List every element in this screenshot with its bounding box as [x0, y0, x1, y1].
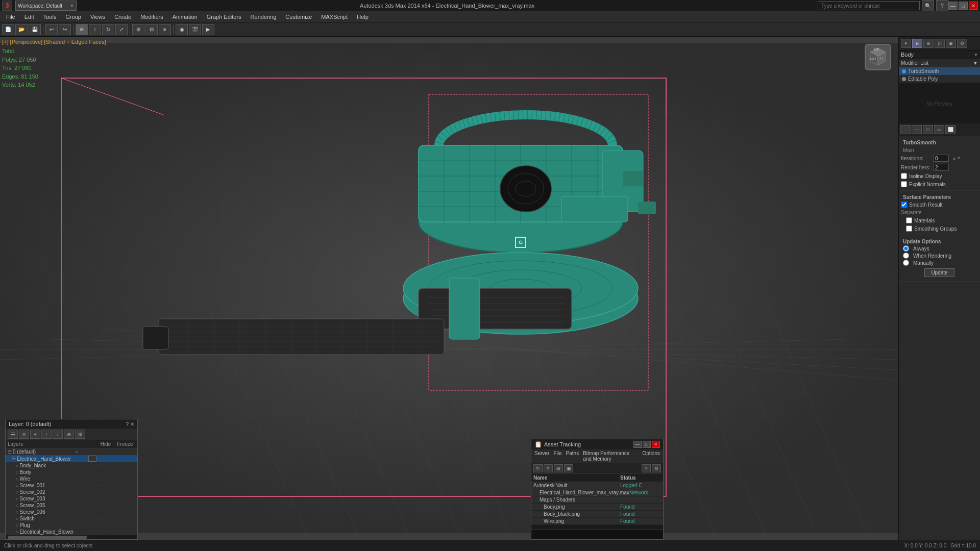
asset-settings-btn[interactable]: ⚙ [652, 464, 661, 472]
layers-scrollbar[interactable] [6, 535, 137, 539]
update-button[interactable]: Update [924, 268, 954, 277]
manually-radio[interactable] [903, 260, 909, 266]
materials-checkbox[interactable] [906, 217, 912, 223]
vertex-icon[interactable]: · [900, 125, 911, 134]
asset-menu-server[interactable]: Server [534, 450, 549, 462]
layers-btn6[interactable]: ⊕ [64, 430, 74, 439]
asset-help-btn[interactable]: ? [642, 464, 651, 472]
render-setup-btn[interactable]: 🎬 [189, 24, 201, 35]
open-btn[interactable]: 📂 [15, 24, 28, 35]
layer-row-7[interactable]: ○ Screw_003 ··· ··· [6, 495, 137, 502]
menu-item-graph-editors[interactable]: Graph Editors [203, 13, 246, 21]
nav-cube[interactable]: TOP LEFT FT [863, 42, 893, 72]
asset-restore-btn[interactable]: □ [643, 441, 651, 448]
asset-row-0[interactable]: Autodesk Vault Logged C [531, 482, 663, 489]
align-btn[interactable]: ≡ [159, 24, 171, 35]
asset-refresh-btn[interactable]: ↻ [533, 464, 543, 472]
iterations-input[interactable] [934, 155, 949, 162]
render-btn[interactable]: ▶ [202, 24, 214, 35]
menu-item-group[interactable]: Group [61, 13, 85, 21]
explicit-normals-checkbox[interactable] [901, 181, 907, 187]
layer-row-2[interactable]: ○ Body_black ··· ··· [6, 462, 137, 469]
move-btn[interactable]: ↕ [89, 24, 101, 35]
menu-item-views[interactable]: Views [86, 13, 109, 21]
asset-row-5[interactable]: Wire.png Found [531, 518, 663, 525]
modify-icon[interactable]: ▶ [912, 39, 922, 48]
asset-grid-btn[interactable]: ⊞ [554, 464, 563, 472]
workspace-dropdown[interactable]: Workspace: Default ▼ [15, 1, 77, 11]
undo-btn[interactable]: ↩ [45, 24, 58, 35]
isoline-checkbox[interactable] [901, 173, 907, 179]
asset-menu-paths[interactable]: Paths [566, 450, 579, 462]
layer-row-0[interactable]: ☰ 0 (default) ✓ ··· ··· [6, 448, 137, 455]
menu-item-modifiers[interactable]: Modifiers [136, 13, 167, 21]
search-input[interactable] [818, 1, 920, 10]
layer-row-1[interactable]: ☰ Electrical_Hand_Blower ··· ··· [6, 455, 137, 462]
iterations-spinner[interactable]: ▲▼ [952, 156, 961, 161]
asset-menu-options[interactable]: Options [643, 450, 660, 462]
layers-btn4[interactable]: ↑ [41, 430, 52, 439]
maximize-button[interactable]: □ [959, 2, 968, 10]
asset-row-1[interactable]: Electrical_Hand_Blower_max_vray.max Netw… [531, 489, 663, 496]
mirror-btn[interactable]: ⊟ [145, 24, 158, 35]
menu-item-edit[interactable]: Edit [20, 13, 38, 21]
menu-item-create[interactable]: Create [110, 13, 135, 21]
render-iters-input[interactable] [934, 164, 949, 171]
redo-btn[interactable]: ↪ [59, 24, 71, 35]
asset-scrollbar-h[interactable] [531, 525, 663, 529]
layers-select-icon[interactable]: ☰ [8, 430, 18, 439]
menu-item-customize[interactable]: Customize [281, 13, 316, 21]
menu-item-help[interactable]: Help [353, 13, 373, 21]
layers-scroll-thumb[interactable] [8, 536, 87, 539]
layers-add-btn[interactable]: + [30, 430, 40, 439]
asset-filter-btn[interactable]: ▣ [564, 464, 573, 472]
select-btn[interactable]: ⊕ [76, 24, 88, 35]
always-radio[interactable] [903, 245, 909, 252]
asset-path-input[interactable] [531, 530, 663, 539]
menu-item-maxscript[interactable]: MAXScript [317, 13, 352, 21]
edge-icon[interactable]: — [912, 125, 922, 134]
layer-row-9[interactable]: ○ Screw_006 ··· ··· [6, 509, 137, 515]
search-icon[interactable]: 🔍 [922, 0, 934, 11]
menu-item-rendering[interactable]: Rendering [247, 13, 281, 21]
scale-btn[interactable]: ⤢ [115, 24, 128, 35]
smoothing-groups-checkbox[interactable] [906, 226, 912, 232]
layer-row-8[interactable]: ○ Screw_005 ··· ··· [6, 502, 137, 509]
polygon-icon[interactable]: ▭ [934, 125, 944, 134]
modifier-turbosmoothh[interactable]: TurboSmooth [899, 67, 980, 75]
help-icon[interactable]: ? [936, 0, 948, 11]
when-rendering-radio[interactable] [903, 253, 909, 259]
layer-row-3[interactable]: ○ Body ··· ··· [6, 469, 137, 475]
motion-icon[interactable]: ▷ [935, 39, 945, 48]
modifier-list-header[interactable]: Modifier List ▼ [899, 59, 980, 67]
create-icon[interactable]: ✦ [901, 39, 911, 48]
layers-close-btn[interactable]: ✕ [130, 421, 134, 427]
layer-row-11[interactable]: ○ Plug ··· ··· [6, 522, 137, 529]
smooth-result-checkbox[interactable] [901, 202, 907, 208]
layers-btn7[interactable]: ⊞ [75, 430, 85, 439]
close-button[interactable]: ✕ [969, 2, 978, 10]
asset-row-4[interactable]: Body_black.png Found [531, 511, 663, 518]
asset-menu-bitmap-performance-and-memory[interactable]: Bitmap Performance and Memory [583, 450, 638, 462]
layer-row-5[interactable]: ○ Screw_001 ··· ··· [6, 482, 137, 489]
border-icon[interactable]: □ [923, 125, 933, 134]
display-icon[interactable]: ◉ [946, 39, 956, 48]
asset-list-btn[interactable]: ≡ [544, 464, 553, 472]
menu-item-animation[interactable]: Animation [168, 13, 202, 21]
asset-minimize-btn[interactable]: — [633, 441, 642, 448]
snap-btn[interactable]: ⊞ [132, 24, 144, 35]
asset-row-3[interactable]: Body.png Found [531, 504, 663, 511]
layer-row-4[interactable]: ○ Wire ··· ··· [6, 475, 137, 482]
asset-row-2[interactable]: Maps / Shaders [531, 496, 663, 504]
menu-item-file[interactable]: File [2, 13, 19, 21]
save-btn[interactable]: 💾 [29, 24, 41, 35]
layers-delete-btn[interactable]: ✕ [19, 430, 29, 439]
layers-title-bar[interactable]: Layer: 0 (default) ? ✕ [6, 419, 137, 429]
layer-row-6[interactable]: ○ Screw_002 ··· ··· [6, 489, 137, 495]
element-icon[interactable]: ⬜ [945, 125, 955, 134]
layers-help-btn[interactable]: ? [126, 421, 129, 427]
new-btn[interactable]: 📄 [2, 24, 14, 35]
asset-menu-file[interactable]: File [553, 450, 561, 462]
utilities-icon[interactable]: ⚙ [957, 39, 967, 48]
material-btn[interactable]: ◉ [176, 24, 188, 35]
